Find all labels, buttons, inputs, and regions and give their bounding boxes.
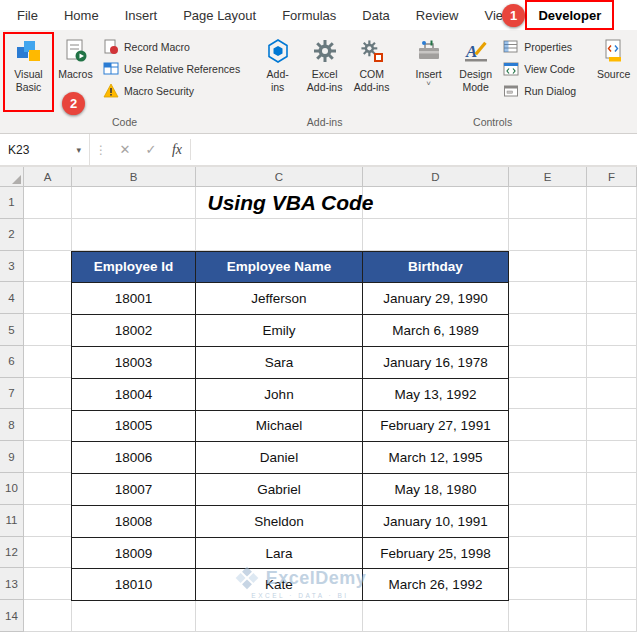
grid-cell[interactable] — [24, 282, 72, 314]
table-cell[interactable]: 18005 — [72, 410, 196, 442]
name-box[interactable]: K23 ▾ — [0, 134, 90, 165]
grid-cell[interactable] — [509, 346, 587, 378]
grid-cell[interactable] — [509, 251, 587, 283]
column-header-f[interactable]: F — [587, 167, 637, 187]
table-cell[interactable]: 18008 — [72, 505, 196, 537]
row-header[interactable]: 13 — [0, 568, 24, 600]
source-button[interactable]: Source — [590, 34, 637, 110]
row-header[interactable]: 12 — [0, 537, 24, 569]
table-cell[interactable]: January 29, 1990 — [363, 283, 509, 315]
table-header-cell[interactable]: Employee Id — [72, 251, 196, 283]
enter-check-icon[interactable]: ✓ — [138, 134, 164, 165]
row-header[interactable]: 1 — [0, 187, 24, 219]
grid-cell[interactable] — [24, 505, 72, 537]
table-cell[interactable]: 18009 — [72, 537, 196, 569]
grid-cell[interactable] — [587, 600, 637, 632]
tab-formulas[interactable]: Formulas — [269, 0, 349, 30]
properties-button[interactable]: Properties — [499, 36, 580, 58]
grid-cell[interactable] — [587, 282, 637, 314]
grid-cell[interactable] — [509, 378, 587, 410]
column-header-c[interactable]: C — [196, 167, 363, 187]
grid-cell[interactable] — [363, 219, 509, 251]
column-header-d[interactable]: D — [363, 167, 509, 187]
table-cell[interactable]: January 16, 1978 — [363, 346, 509, 378]
tab-review[interactable]: Review — [403, 0, 472, 30]
grid-cell[interactable] — [24, 568, 72, 600]
table-cell[interactable]: 18003 — [72, 346, 196, 378]
visual-basic-button[interactable]: Visual Basic — [5, 34, 52, 110]
grid-cell[interactable] — [72, 219, 196, 251]
row-header[interactable]: 5 — [0, 314, 24, 346]
excel-addins-button[interactable]: Excel Add-ins — [301, 34, 348, 110]
grid-cell[interactable] — [24, 473, 72, 505]
grid-cell[interactable] — [509, 441, 587, 473]
row-header[interactable]: 8 — [0, 409, 24, 441]
grid-cell[interactable] — [24, 378, 72, 410]
com-addins-button[interactable]: COM Add-ins — [348, 34, 395, 110]
grid-cell[interactable] — [587, 378, 637, 410]
table-cell[interactable]: 18006 — [72, 442, 196, 474]
select-all-corner[interactable] — [0, 167, 24, 187]
row-header[interactable]: 14 — [0, 600, 24, 632]
grid-cell[interactable] — [509, 282, 587, 314]
insert-control-button[interactable]: Insert ˅ — [405, 34, 452, 110]
grid-cell[interactable] — [196, 600, 363, 632]
macro-security-button[interactable]: Macro Security — [99, 80, 244, 102]
grid-cell[interactable] — [24, 600, 72, 632]
formula-input[interactable] — [191, 134, 637, 165]
grid-cell[interactable] — [24, 251, 72, 283]
grid-cell[interactable] — [587, 346, 637, 378]
table-cell[interactable]: Michael — [196, 410, 363, 442]
grid-cell[interactable] — [24, 441, 72, 473]
grid-cell[interactable] — [509, 505, 587, 537]
grid-cell[interactable] — [72, 600, 196, 632]
grid-cell[interactable] — [509, 600, 587, 632]
table-cell[interactable]: 18007 — [72, 474, 196, 506]
grid-cell[interactable] — [587, 441, 637, 473]
table-cell[interactable]: Emily — [196, 315, 363, 347]
grid-cell[interactable] — [24, 187, 72, 219]
name-box-caret-icon[interactable]: ▾ — [76, 145, 81, 155]
tab-file[interactable]: File — [4, 0, 51, 30]
grid-cell[interactable] — [509, 219, 587, 251]
tab-data[interactable]: Data — [349, 0, 402, 30]
grid-cell[interactable] — [24, 409, 72, 441]
grid-cell[interactable] — [587, 314, 637, 346]
row-header[interactable]: 6 — [0, 346, 24, 378]
table-cell[interactable]: Daniel — [196, 442, 363, 474]
table-cell[interactable]: Lara — [196, 537, 363, 569]
grid-cell[interactable] — [587, 568, 637, 600]
table-cell[interactable]: Sheldon — [196, 505, 363, 537]
grid-cell[interactable] — [587, 219, 637, 251]
addins-button[interactable]: Add- ins — [254, 34, 301, 110]
grid-cell[interactable] — [24, 219, 72, 251]
table-header-cell[interactable]: Employee Name — [196, 251, 363, 283]
grid-cell[interactable] — [509, 568, 587, 600]
tab-home[interactable]: Home — [51, 0, 112, 30]
run-dialog-button[interactable]: Run Dialog — [499, 80, 580, 102]
grid-cell[interactable] — [587, 505, 637, 537]
grid-cell[interactable] — [587, 251, 637, 283]
grid-cell[interactable] — [587, 187, 637, 219]
table-cell[interactable]: John — [196, 378, 363, 410]
design-mode-button[interactable]: A Design Mode — [452, 34, 499, 110]
table-cell[interactable]: Jefferson — [196, 283, 363, 315]
record-macro-button[interactable]: Record Macro — [99, 36, 244, 58]
grid-cell[interactable] — [587, 409, 637, 441]
row-header[interactable]: 3 — [0, 251, 24, 283]
table-cell[interactable]: 18004 — [72, 378, 196, 410]
table-cell[interactable]: February 27, 1991 — [363, 410, 509, 442]
insert-function-icon[interactable]: fx — [164, 134, 190, 165]
column-header-e[interactable]: E — [509, 167, 587, 187]
row-header[interactable]: 2 — [0, 219, 24, 251]
table-cell[interactable]: May 18, 1980 — [363, 474, 509, 506]
cancel-icon[interactable]: ✕ — [112, 134, 138, 165]
table-cell[interactable]: March 6, 1989 — [363, 315, 509, 347]
grid-cell[interactable] — [509, 537, 587, 569]
grid-cell[interactable] — [24, 537, 72, 569]
grid-cell[interactable] — [587, 537, 637, 569]
grid-cell[interactable] — [509, 473, 587, 505]
table-cell[interactable]: March 26, 1992 — [363, 569, 509, 601]
table-cell[interactable]: January 10, 1991 — [363, 505, 509, 537]
tab-developer[interactable]: Developer — [525, 0, 614, 30]
